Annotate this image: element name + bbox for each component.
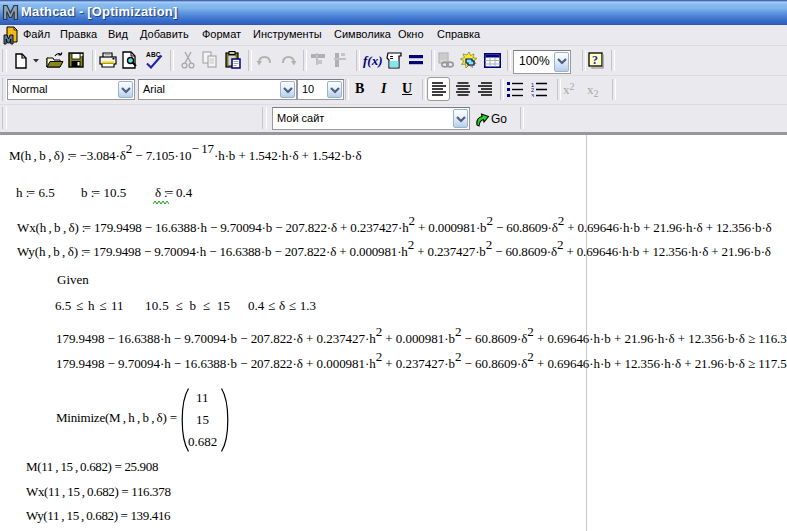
svg-text:?: ? xyxy=(592,53,598,67)
svg-text:3: 3 xyxy=(531,93,534,98)
svg-text:ABC: ABC xyxy=(146,51,161,58)
